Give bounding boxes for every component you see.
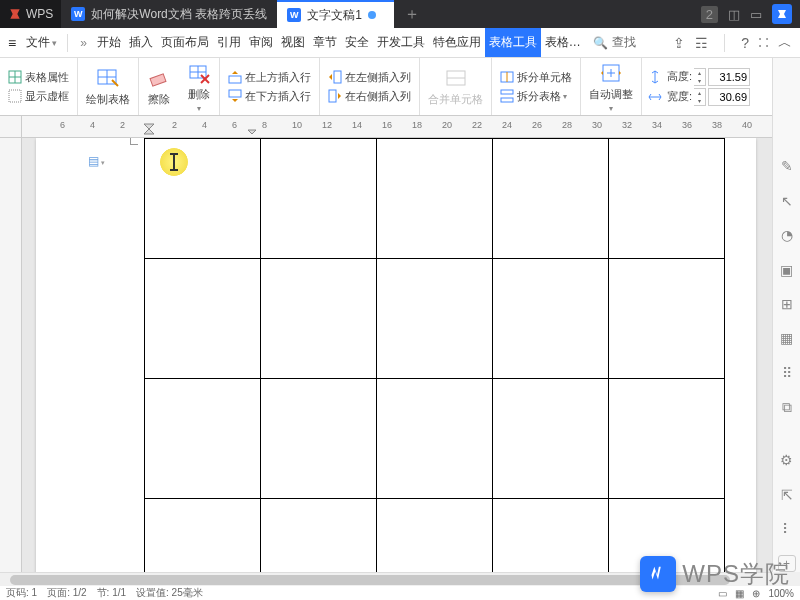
help-icon[interactable]: ? [741,35,749,51]
status-page[interactable]: 页码: 1 [6,586,37,600]
table-cell[interactable] [377,259,493,379]
table-cell[interactable] [377,379,493,499]
table-cell[interactable] [145,379,261,499]
settings-icon[interactable]: ▭ [750,7,762,22]
tab-special[interactable]: 特色应用 [429,28,485,57]
vertical-ruler[interactable] [0,138,22,572]
options-icon[interactable]: ⸬ [759,34,768,51]
document-canvas[interactable]: ▤▾ [0,138,772,572]
delete-button[interactable]: 删除▾ [179,58,220,115]
right-sidebar: ✎ ↖ ◔ ▣ ⊞ ▦ ⠿ ⧉ ⚙ ⇱ ⠇ + [772,58,800,572]
share-icon[interactable]: ⇪ [673,35,685,51]
table-cell[interactable] [493,499,609,573]
link-tool-icon[interactable]: ⧉ [778,399,796,416]
table-row[interactable] [145,259,725,379]
tab-section[interactable]: 章节 [309,28,341,57]
spin-down-icon[interactable]: ▾ [694,97,705,105]
table-cell[interactable] [377,499,493,573]
table-row[interactable] [145,139,725,259]
split-cells-button[interactable]: 拆分单元格 [498,69,574,86]
more-tools-icon[interactable]: ⠇ [778,521,796,537]
hamburger-icon[interactable]: ≡ [0,35,22,51]
components-tool-icon[interactable]: ⠿ [778,365,796,381]
layout-tool-icon[interactable]: ⊞ [778,296,796,312]
autofit-button[interactable]: 自动调整▾ [581,58,642,115]
collapse-ribbon-icon[interactable]: ︿ [778,34,792,52]
insert-col-left-button[interactable]: 在左侧插入列 [326,69,413,86]
table-cell[interactable] [261,259,377,379]
scrollbar-thumb[interactable] [10,575,730,585]
ribbon-tabs: 开始 插入 页面布局 引用 审阅 视图 章节 安全 开发工具 特色应用 表格工具… [93,28,585,57]
tab-doc1[interactable]: W 如何解决Word文档 表格跨页丢线 [61,0,277,28]
document-table[interactable] [144,138,725,572]
tab-review[interactable]: 审阅 [245,28,277,57]
pencil-tool-icon[interactable]: ✎ [778,158,796,174]
indent-marker-icon[interactable] [143,116,155,138]
more-icon[interactable]: » [74,36,93,50]
table-cell[interactable] [609,139,725,259]
search-box[interactable]: 🔍 查找 [593,34,636,51]
grid-tool-icon[interactable]: ▦ [778,330,796,346]
save-icon[interactable]: ☶ [695,35,708,51]
height-spinner[interactable]: ▴▾ [694,68,706,86]
tab-table-more[interactable]: 表格… [541,28,585,57]
table-cell[interactable] [145,499,261,573]
ruler-tick: 14 [352,120,362,130]
export-icon[interactable]: ⇱ [778,487,796,503]
draw-table-button[interactable]: 绘制表格 [78,58,139,115]
svg-rect-7 [150,74,166,86]
horizontal-ruler[interactable]: 6 4 2 2 4 6 8 10 12 14 16 18 20 22 24 26… [0,116,800,138]
table-cell[interactable] [377,139,493,259]
width-icon [648,90,662,104]
table-cell[interactable] [609,259,725,379]
insert-row-above-button[interactable]: 在上方插入行 [226,69,313,86]
tab-start[interactable]: 开始 [93,28,125,57]
table-cell[interactable] [493,259,609,379]
table-cell[interactable] [145,259,261,379]
eraser-button[interactable]: 擦除 [139,58,179,115]
tab-ref[interactable]: 引用 [213,28,245,57]
spin-up-icon[interactable]: ▴ [694,89,705,97]
page[interactable]: ▤▾ [36,138,756,572]
tab-insert[interactable]: 插入 [125,28,157,57]
table-cell[interactable] [609,379,725,499]
outline-toggle-button[interactable]: ▤▾ [88,154,102,168]
wps-account-icon[interactable] [772,4,792,24]
tab-count-badge[interactable]: 2 [701,6,718,23]
select-tool-icon[interactable]: ↖ [778,192,796,208]
tab-dev[interactable]: 开发工具 [373,28,429,57]
insert-col-right-button[interactable]: 在右侧插入列 [326,88,413,105]
wps-app-logo[interactable]: WPS [0,0,61,28]
height-input[interactable] [708,68,750,86]
split-table-button[interactable]: 拆分表格▾ [498,88,574,105]
show-gridlines-button[interactable]: 显示虚框 [6,88,71,105]
tab-doc2[interactable]: W 文字文稿1 [277,0,394,28]
status-section[interactable]: 节: 1/1 [97,586,126,600]
feedback-icon[interactable]: ⚙ [778,452,796,468]
table-cell[interactable] [261,139,377,259]
table-cell[interactable] [493,139,609,259]
table-row[interactable] [145,499,725,573]
insert-row-below-button[interactable]: 在下方插入行 [226,88,313,105]
table-cell[interactable] [261,499,377,573]
new-tab-button[interactable]: ＋ [394,4,430,25]
clipboard-tool-icon[interactable]: ▣ [778,261,796,277]
tab-layout[interactable]: 页面布局 [157,28,213,57]
width-spinner[interactable]: ▴▾ [694,88,706,106]
shape-tool-icon[interactable]: ◔ [778,227,796,243]
spin-up-icon[interactable]: ▴ [694,69,705,77]
spin-down-icon[interactable]: ▾ [694,77,705,85]
table-cell[interactable] [261,379,377,499]
tab-table-tools[interactable]: 表格工具 [485,28,541,57]
status-pagenum[interactable]: 页面: 1/2 [47,586,86,600]
ruler-tick: 26 [532,120,542,130]
table-properties-button[interactable]: 表格属性 [6,69,71,86]
tab-security[interactable]: 安全 [341,28,373,57]
table-row[interactable] [145,379,725,499]
table-cell[interactable] [493,379,609,499]
cube-icon[interactable]: ◫ [728,7,740,22]
tab-view[interactable]: 视图 [277,28,309,57]
width-input[interactable] [708,88,750,106]
tab-marker-icon[interactable] [247,116,257,138]
file-menu[interactable]: 文件▾ [22,34,61,51]
